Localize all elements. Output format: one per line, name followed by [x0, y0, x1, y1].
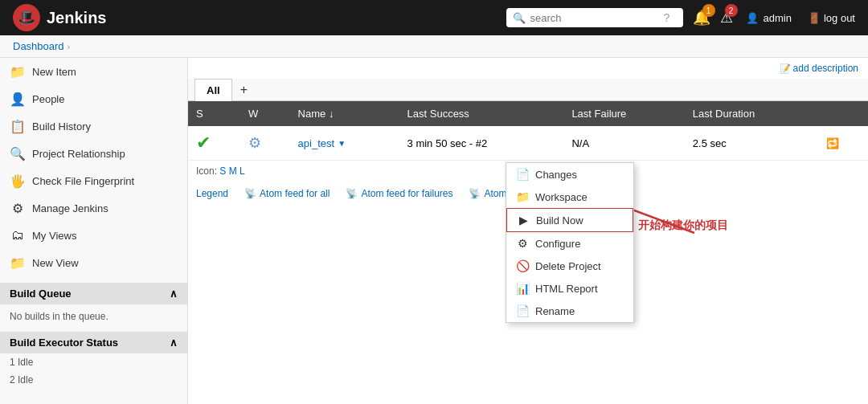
jenkins-logo: 🎩 Jenkins — [13, 4, 106, 31]
table-row: ✔ ⚙ api_test ▼ 3 min 50 sec - #2 — [188, 126, 868, 161]
add-description-link[interactable]: add description — [780, 63, 858, 74]
projects-table: S W Name ↓ Last Success Last Failure Las… — [188, 101, 868, 161]
jenkins-title: Jenkins — [47, 9, 106, 27]
build-executor-collapse-icon[interactable]: ∧ — [170, 337, 178, 349]
main-layout: 📁 New Item 👤 People 📋 Build History 🔍 Pr… — [0, 58, 868, 404]
warning-badge: 2 — [725, 4, 738, 17]
menu-label-changes: Changes — [535, 169, 577, 181]
rss-failures-icon: 📡 — [346, 188, 358, 199]
html-report-icon: 📊 — [516, 282, 529, 295]
manage-jenkins-icon: ⚙ — [10, 200, 26, 216]
help-icon[interactable]: ? — [664, 11, 670, 24]
menu-label-configure: Configure — [535, 238, 580, 250]
legend-link[interactable]: Legend — [196, 188, 228, 199]
tab-all[interactable]: All — [194, 79, 232, 101]
weather-icon: ⚙ — [248, 135, 261, 151]
menu-item-delete-project[interactable]: 🚫 Delete Project — [506, 255, 633, 277]
build-executor-title: Build Executor Status — [10, 337, 118, 349]
sidebar-label-new-item: New Item — [32, 66, 76, 78]
breadcrumb-dashboard[interactable]: Dashboard — [13, 40, 64, 52]
project-name-link[interactable]: api_test ▼ — [298, 137, 391, 149]
row-last-duration: 2.5 sec — [685, 126, 819, 161]
build-queue-collapse-icon[interactable]: ∧ — [170, 288, 178, 300]
sidebar: 📁 New Item 👤 People 📋 Build History 🔍 Pr… — [0, 58, 188, 404]
rss-row-icon: 🔁 — [826, 137, 839, 149]
search-icon: 🔍 — [513, 12, 526, 24]
menu-item-workspace[interactable]: 📁 Workspace — [506, 186, 633, 208]
atom-failures-label: Atom feed for failures — [361, 188, 452, 199]
check-fingerprint-icon: 🖐 — [10, 173, 26, 189]
new-view-icon: 📁 — [10, 255, 26, 271]
add-description-bar: add description — [188, 58, 868, 79]
icon-size-s[interactable]: S — [219, 165, 226, 177]
breadcrumb-separator: › — [68, 42, 71, 51]
project-dropdown-arrow[interactable]: ▼ — [338, 139, 346, 148]
my-views-icon: 🗂 — [10, 227, 26, 243]
build-now-icon: ▶ — [517, 214, 530, 226]
menu-item-html-report[interactable]: 📊 HTML Report — [506, 277, 633, 300]
project-relationship-icon: 🔍 — [10, 145, 26, 161]
tab-bar: All + — [188, 79, 868, 101]
sidebar-item-project-relationship[interactable]: 🔍 Project Relationship — [0, 140, 187, 167]
sidebar-label-project-relationship: Project Relationship — [32, 148, 125, 160]
row-status: ✔ — [188, 126, 240, 161]
atom-all-link[interactable]: 📡 Atom feed for all — [244, 188, 330, 199]
status-success-icon: ✔ — [196, 133, 211, 153]
user-icon: 👤 — [746, 12, 759, 24]
search-bar[interactable]: 🔍 ? — [506, 8, 683, 27]
col-last-duration: Last Duration — [685, 101, 819, 126]
icon-size-l[interactable]: L — [240, 165, 245, 177]
workspace-icon: 📁 — [516, 190, 529, 203]
people-icon: 👤 — [10, 91, 26, 107]
build-queue-title: Build Queue — [10, 288, 72, 300]
row-name[interactable]: api_test ▼ — [290, 126, 399, 161]
jenkins-logo-icon: 🎩 — [13, 4, 40, 31]
search-input[interactable] — [530, 12, 659, 24]
warning-badge-wrap[interactable]: ⚠ 2 — [720, 9, 733, 27]
col-status: S — [188, 101, 240, 126]
tab-add[interactable]: + — [232, 80, 256, 100]
menu-item-configure[interactable]: ⚙ Configure — [506, 232, 633, 255]
breadcrumb: Dashboard › — [0, 35, 868, 58]
rename-icon: 📄 — [516, 304, 529, 317]
sidebar-item-check-fingerprint[interactable]: 🖐 Check File Fingerprint — [0, 167, 187, 194]
sidebar-item-build-history[interactable]: 📋 Build History — [0, 112, 187, 140]
col-last-success: Last Success — [399, 101, 564, 126]
sidebar-label-people: People — [32, 93, 64, 105]
sidebar-label-check-fingerprint: Check File Fingerprint — [32, 175, 134, 187]
build-queue-section: Build Queue ∧ — [0, 283, 187, 304]
menu-label-build-now: Build Now — [536, 214, 583, 226]
sidebar-item-new-view[interactable]: 📁 New View — [0, 249, 187, 276]
sidebar-label-new-view: New View — [32, 257, 79, 269]
table-header: S W Name ↓ Last Success Last Failure Las… — [188, 101, 868, 126]
menu-label-rename: Rename — [535, 305, 575, 317]
sidebar-label-my-views: My Views — [32, 230, 76, 242]
last-duration-text: 2.5 sec — [693, 137, 727, 149]
executor-2-label: 2 Idle — [10, 374, 33, 386]
user-menu[interactable]: 👤 admin — [746, 12, 792, 24]
changes-icon: 📄 — [516, 168, 529, 181]
sidebar-item-manage-jenkins[interactable]: ⚙ Manage Jenkins — [0, 194, 187, 222]
build-queue-content: No builds in the queue. — [0, 304, 187, 329]
sidebar-item-people[interactable]: 👤 People — [0, 85, 187, 112]
menu-label-html-report: HTML Report — [535, 283, 598, 295]
new-item-icon: 📁 — [10, 63, 26, 80]
row-feed-icon: 🔁 — [818, 126, 868, 161]
sidebar-item-my-views[interactable]: 🗂 My Views — [0, 222, 187, 249]
rss-all-icon: 📡 — [244, 188, 256, 199]
sidebar-label-manage-jenkins: Manage Jenkins — [32, 202, 108, 214]
menu-item-changes[interactable]: 📄 Changes — [506, 163, 633, 186]
icon-legend-label: Icon: — [196, 165, 219, 177]
executor-1: 1 Idle — [0, 353, 187, 371]
table-body: ✔ ⚙ api_test ▼ 3 min 50 sec - #2 — [188, 126, 868, 161]
menu-item-build-now[interactable]: ▶ Build Now — [506, 208, 633, 232]
menu-item-rename[interactable]: 📄 Rename — [506, 300, 633, 322]
main-content: add description All + S W Name ↓ Last Su… — [188, 58, 868, 404]
sidebar-item-new-item[interactable]: 📁 New Item — [0, 58, 187, 85]
bell-badge: 1 — [702, 4, 715, 17]
notifications-bell[interactable]: 🔔 1 — [693, 9, 710, 27]
atom-failures-link[interactable]: 📡 Atom feed for failures — [346, 188, 452, 199]
icon-size-m[interactable]: M — [229, 165, 237, 177]
logout-button[interactable]: 🚪 log out — [808, 12, 855, 24]
build-executor-section: Build Executor Status ∧ — [0, 332, 187, 353]
